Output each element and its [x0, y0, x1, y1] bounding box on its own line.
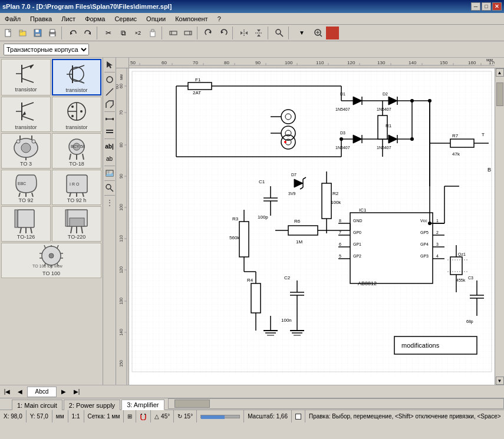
svg-text:70: 70 — [119, 110, 123, 115]
zoom-view[interactable] — [311, 27, 325, 39]
rotate-left[interactable] — [202, 27, 216, 39]
scroll-up-button[interactable]: ▲ — [496, 68, 504, 77]
svg-point-306 — [410, 99, 414, 103]
scroll-thumb[interactable] — [496, 82, 503, 106]
menu-edit[interactable]: Правка — [28, 15, 54, 23]
component-transistor-3[interactable]: transistor — [1, 97, 51, 132]
tab-power-supply[interactable]: 2: Power supply — [64, 400, 120, 410]
component-to3[interactable]: TO 3 — [1, 133, 51, 169]
svg-marker-24 — [257, 34, 261, 37]
menu-component[interactable]: Компонент — [173, 15, 210, 23]
zoom-drop[interactable]: ▼ — [293, 27, 311, 39]
paste-button[interactable] — [146, 27, 160, 39]
svg-point-51 — [71, 105, 74, 108]
component-to126[interactable]: TO-126 — [1, 206, 51, 242]
component-to220[interactable]: TO-220 — [52, 206, 101, 242]
zoom-zoom: Масштаб: 1,66 — [244, 410, 292, 423]
hscroll-thumb[interactable] — [174, 400, 210, 408]
poly-tool[interactable] — [104, 98, 116, 110]
redo-button[interactable] — [81, 27, 95, 39]
svg-text:110: 110 — [316, 60, 324, 65]
component-to100[interactable]: TO 100 top view TO 100 — [1, 243, 101, 278]
menu-help[interactable]: ? — [215, 15, 223, 23]
svg-text:120: 120 — [347, 60, 355, 65]
svg-point-109 — [107, 171, 110, 173]
svg-text:R1: R1 — [386, 123, 392, 128]
minimize-button[interactable]: ─ — [471, 2, 480, 11]
flag-button[interactable] — [326, 27, 339, 39]
nav-prev[interactable]: ◀ — [14, 387, 26, 397]
component-transistor-4[interactable]: transistor — [52, 97, 101, 132]
tab-main-circuit[interactable]: 1: Main circuit — [12, 400, 62, 410]
menu-options[interactable]: Опции — [144, 15, 168, 23]
menu-file[interactable]: Файл — [2, 15, 23, 23]
open-button[interactable] — [16, 27, 30, 39]
svg-text:GP1: GP1 — [353, 242, 361, 246]
svg-text:2AT: 2AT — [193, 90, 201, 95]
maximize-button[interactable]: □ — [482, 2, 491, 11]
text2-tool[interactable]: ab — [104, 153, 116, 164]
component-selector[interactable]: Транзисторные корпуса Резисторы Конденса… — [4, 44, 89, 55]
text-tool[interactable]: ab| — [104, 140, 116, 152]
svg-marker-100 — [107, 61, 113, 68]
nav-next[interactable]: ▶ — [58, 387, 70, 397]
component-to18[interactable]: BCY 58 TO-18 — [52, 133, 101, 169]
svg-text:C3: C3 — [468, 276, 473, 280]
select-tool[interactable] — [104, 59, 116, 71]
toolbar2: Транзисторные корпуса Резисторы Конденса… — [0, 41, 504, 58]
svg-text:100: 100 — [119, 204, 123, 211]
undo-button[interactable] — [66, 27, 80, 39]
svg-text:90: 90 — [119, 174, 123, 179]
horizontal-scrollbar[interactable] — [168, 398, 504, 409]
nav-first[interactable]: |◀ — [1, 387, 13, 397]
status-scale: 1:1 — [68, 410, 84, 423]
mirror-h[interactable] — [237, 27, 251, 39]
new-button[interactable] — [1, 27, 15, 39]
component-transistor-1[interactable]: transistor — [1, 59, 51, 95]
canvas-area[interactable]: 50 60 70 80 90 100 110 120 130 140 — [116, 58, 504, 385]
svg-text:1N5407: 1N5407 — [335, 146, 350, 150]
svg-text:130: 130 — [377, 60, 386, 65]
wire-tool[interactable] — [104, 113, 116, 125]
vertical-scrollbar[interactable]: ▲ ▼ — [495, 68, 504, 385]
svg-marker-17 — [209, 31, 211, 34]
svg-rect-5 — [35, 34, 40, 36]
menu-service[interactable]: Сервис — [112, 15, 139, 23]
svg-line-63 — [70, 154, 71, 160]
menu-sheet[interactable]: Лист — [59, 15, 78, 23]
dots-tool[interactable]: ⋮ — [104, 197, 116, 209]
mirror-v[interactable] — [252, 27, 266, 39]
save-button[interactable] — [31, 27, 45, 39]
circle-tool[interactable] — [104, 74, 116, 85]
svg-text:1N5407: 1N5407 — [335, 107, 350, 111]
scroll-down-button[interactable]: ▼ — [496, 377, 504, 385]
image-tool[interactable] — [104, 167, 116, 179]
component-to92[interactable]: EBC TO 92 — [1, 170, 51, 205]
close-button[interactable]: ✕ — [492, 2, 502, 11]
nav-last[interactable]: ▶| — [71, 387, 83, 397]
rotate-right[interactable] — [216, 27, 230, 39]
copy-button[interactable]: ⧉ — [116, 27, 130, 39]
svg-point-53 — [80, 110, 83, 113]
page-input[interactable]: Abcd — [27, 387, 57, 397]
svg-text:80: 80 — [119, 143, 123, 147]
cut-button[interactable]: ✂ — [101, 27, 116, 39]
svg-line-65 — [83, 154, 84, 160]
find-button[interactable] — [272, 27, 286, 39]
draw-sep2 — [104, 111, 115, 112]
schematic-canvas[interactable]: F1 2AT D1 1N5407 D2 1N5407 — [129, 68, 504, 385]
menu-form[interactable]: Форма — [83, 15, 107, 23]
zoom-tool[interactable] — [104, 182, 116, 194]
bus-tool[interactable] — [104, 126, 116, 137]
btn-group2[interactable] — [181, 27, 195, 39]
comp-label-to3: TO 3 — [20, 161, 32, 167]
print-button[interactable] — [45, 27, 60, 39]
copy-x2[interactable]: ×2 — [131, 27, 145, 39]
tab-amplifier[interactable]: 3: Amplifier — [121, 400, 164, 410]
component-transistor-2[interactable]: transistor — [52, 59, 101, 95]
line-tool[interactable] — [104, 86, 116, 98]
status-y: Y: 57,0 — [27, 410, 52, 423]
btn-group1[interactable] — [166, 27, 180, 39]
component-to92h[interactable]: I R O TO 92 h — [52, 170, 101, 205]
svg-text:F1: F1 — [195, 77, 201, 82]
